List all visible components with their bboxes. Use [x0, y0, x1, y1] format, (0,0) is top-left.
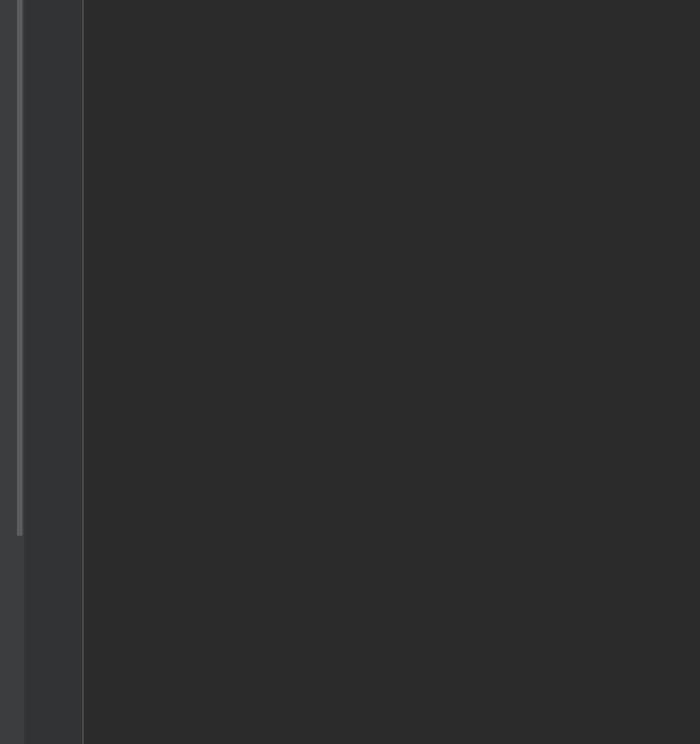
code-editor-pane [0, 0, 700, 744]
editor-gutter [24, 0, 84, 744]
left-error-stripe-rail[interactable] [0, 0, 24, 744]
scrollbar-thumb[interactable] [17, 0, 23, 536]
